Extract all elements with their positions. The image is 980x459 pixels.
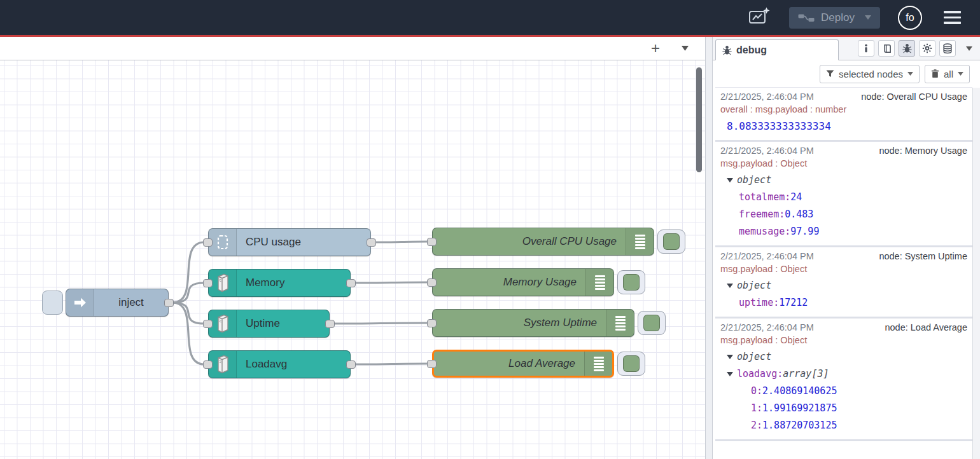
sidebar-splitter[interactable] bbox=[705, 37, 713, 459]
input-port[interactable] bbox=[203, 360, 213, 369]
node-label: Memory Usage bbox=[433, 269, 585, 296]
wire[interactable] bbox=[172, 283, 204, 303]
settings-icon-button[interactable] bbox=[919, 40, 935, 57]
input-port[interactable] bbox=[203, 279, 213, 287]
input-port[interactable] bbox=[203, 320, 213, 328]
flow-list-button[interactable] bbox=[678, 45, 692, 51]
message-source-node: node: Overall CPU Usage bbox=[861, 91, 967, 103]
debug-toggle-button[interactable] bbox=[657, 230, 685, 254]
user-avatar[interactable]: fo bbox=[898, 6, 922, 30]
inject-arrow-icon bbox=[66, 289, 94, 316]
database-icon-button[interactable] bbox=[939, 40, 956, 57]
inject-button[interactable] bbox=[42, 291, 63, 315]
sidebar-scrollbar[interactable] bbox=[972, 88, 980, 459]
deploy-button[interactable]: Deploy bbox=[789, 7, 880, 29]
input-port[interactable] bbox=[203, 238, 213, 247]
menu-bar bbox=[944, 17, 961, 19]
node-inject[interactable]: inject bbox=[66, 289, 169, 317]
clear-label: all bbox=[944, 69, 953, 79]
payload-value: 2.40869140625 bbox=[762, 383, 837, 400]
chevron-down-icon bbox=[682, 46, 689, 51]
node-red-app: Deploy fo + injec bbox=[0, 0, 980, 459]
payload-row: freemem: 0.483 bbox=[720, 206, 967, 223]
payload-row: uptime: 17212 bbox=[720, 294, 967, 312]
payload-key: freemem: bbox=[739, 206, 785, 223]
message-source-node: node: Load Average bbox=[885, 322, 967, 334]
wire[interactable] bbox=[354, 364, 428, 364]
debug-toolbar: selected nodes all bbox=[713, 60, 980, 87]
payload-type: object bbox=[737, 172, 771, 189]
output-port[interactable] bbox=[325, 320, 335, 328]
output-port[interactable] bbox=[346, 360, 356, 369]
input-port[interactable] bbox=[427, 319, 437, 327]
payload-row: loadavg: array[3] bbox=[720, 366, 967, 383]
debug-icon-button[interactable] bbox=[899, 40, 915, 57]
payload-type: object bbox=[737, 277, 771, 294]
trash-icon bbox=[931, 69, 939, 78]
collapse-arrow-icon[interactable] bbox=[727, 284, 733, 288]
message-property-meta: msg.payload : Object bbox=[720, 158, 967, 170]
deploy-label: Deploy bbox=[821, 11, 855, 24]
input-port[interactable] bbox=[427, 278, 437, 287]
node-uptime[interactable]: Uptime bbox=[208, 310, 330, 338]
ai-assistant-button[interactable] bbox=[748, 6, 771, 29]
node-label: CPU usage bbox=[237, 229, 370, 256]
payload-row: object bbox=[720, 172, 967, 189]
collapse-arrow-icon[interactable] bbox=[727, 372, 733, 376]
node-debug-mem[interactable]: Memory Usage bbox=[432, 268, 614, 296]
payload-value: 17212 bbox=[779, 294, 808, 312]
library-icon-button[interactable] bbox=[878, 40, 895, 57]
node-loadavg[interactable]: Loadavg bbox=[208, 350, 351, 378]
clear-messages-button[interactable]: all bbox=[925, 65, 970, 83]
payload-value: 1.99169921875 bbox=[762, 400, 837, 417]
payload-row: 0: 2.40869140625 bbox=[720, 383, 967, 400]
wire[interactable] bbox=[375, 242, 428, 242]
debug-toggle-button[interactable] bbox=[638, 311, 666, 335]
node-debug-load[interactable]: Load Average bbox=[432, 350, 614, 378]
collapse-arrow-icon[interactable] bbox=[727, 178, 733, 182]
debug-toggle-state bbox=[663, 233, 680, 250]
flow-canvas[interactable]: injectCPU usageMemoryUptimeLoadavgOveral… bbox=[0, 60, 705, 459]
wire[interactable] bbox=[172, 303, 204, 324]
filter-nodes-button[interactable]: selected nodes bbox=[820, 65, 920, 83]
collapse-arrow-icon[interactable] bbox=[727, 355, 733, 359]
library-icon bbox=[882, 44, 892, 53]
node-body: Uptime bbox=[208, 310, 330, 338]
payload-value: 0.483 bbox=[785, 206, 813, 223]
chevron-down-icon bbox=[907, 72, 913, 76]
wire[interactable] bbox=[354, 282, 428, 283]
node-debug-uptime[interactable]: System Uptime bbox=[432, 309, 634, 337]
node-body: Memory Usage bbox=[432, 268, 614, 296]
debug-list-icon bbox=[626, 228, 654, 255]
output-port[interactable] bbox=[367, 238, 376, 247]
debug-toggle-button[interactable] bbox=[617, 352, 645, 376]
main-area: + injectCPU usageMemoryUptimeLoadavgOver… bbox=[0, 37, 980, 459]
debug-toggle-button[interactable] bbox=[617, 270, 645, 294]
output-port[interactable] bbox=[164, 299, 174, 307]
message-timestamp: 2/21/2025, 2:46:04 PM bbox=[720, 250, 814, 263]
wire[interactable] bbox=[333, 323, 428, 324]
node-label: Load Average bbox=[434, 352, 584, 376]
info-icon-button[interactable] bbox=[858, 40, 874, 57]
sidebar-tabs-chevron-button[interactable] bbox=[962, 46, 976, 51]
node-body: System Uptime bbox=[432, 309, 634, 337]
node-debug-cpu[interactable]: Overall CPU Usage bbox=[432, 228, 654, 256]
payload-key: loadavg: bbox=[737, 366, 783, 383]
canvas-scrollbar[interactable] bbox=[696, 67, 702, 172]
debug-list-icon bbox=[584, 352, 612, 376]
output-port[interactable] bbox=[346, 279, 356, 287]
node-label: Overall CPU Usage bbox=[433, 228, 626, 255]
add-flow-button[interactable]: + bbox=[647, 40, 664, 57]
tab-debug[interactable]: debug bbox=[715, 39, 839, 60]
menu-button[interactable] bbox=[940, 10, 965, 25]
menu-bar bbox=[944, 11, 961, 13]
input-port[interactable] bbox=[427, 238, 437, 246]
node-memory[interactable]: Memory bbox=[208, 269, 351, 297]
server-icon bbox=[209, 270, 237, 296]
node-cpu[interactable]: CPU usage bbox=[208, 228, 371, 256]
input-port[interactable] bbox=[427, 360, 437, 368]
info-icon bbox=[862, 44, 871, 53]
debug-messages: 2/21/2025, 2:46:04 PMnode: Overall CPU U… bbox=[715, 87, 972, 459]
payload-key: 1: bbox=[751, 400, 762, 417]
settings-icon bbox=[922, 43, 932, 53]
